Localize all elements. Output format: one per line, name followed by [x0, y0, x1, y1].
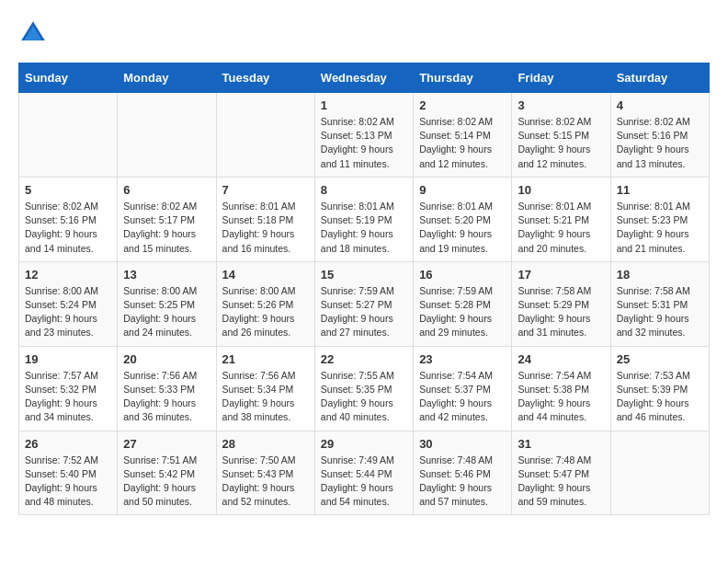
- day-number: 20: [123, 352, 210, 366]
- cell-info: Sunrise: 8:00 AM Sunset: 5:25 PM Dayligh…: [123, 284, 210, 340]
- day-number: 28: [222, 437, 309, 451]
- cell-info: Sunrise: 7:58 AM Sunset: 5:31 PM Dayligh…: [617, 284, 703, 340]
- calendar-cell: 16Sunrise: 7:59 AM Sunset: 5:28 PM Dayli…: [414, 261, 512, 346]
- day-number: 5: [25, 183, 111, 197]
- logo-icon: [18, 18, 48, 48]
- cell-info: Sunrise: 7:48 AM Sunset: 5:46 PM Dayligh…: [419, 454, 506, 510]
- calendar-cell: 3Sunrise: 8:02 AM Sunset: 5:15 PM Daylig…: [512, 93, 610, 178]
- cell-info: Sunrise: 8:02 AM Sunset: 5:17 PM Dayligh…: [123, 200, 210, 256]
- header-day: Monday: [118, 63, 216, 93]
- calendar-week-row: 19Sunrise: 7:57 AM Sunset: 5:32 PM Dayli…: [19, 346, 710, 431]
- calendar-cell: 25Sunrise: 7:53 AM Sunset: 5:39 PM Dayli…: [610, 346, 709, 431]
- cell-info: Sunrise: 8:00 AM Sunset: 5:26 PM Dayligh…: [222, 284, 309, 340]
- cell-info: Sunrise: 7:54 AM Sunset: 5:37 PM Dayligh…: [419, 369, 506, 425]
- calendar-cell: 9Sunrise: 8:01 AM Sunset: 5:20 PM Daylig…: [414, 177, 512, 261]
- cell-info: Sunrise: 8:01 AM Sunset: 5:21 PM Dayligh…: [518, 200, 604, 256]
- cell-info: Sunrise: 8:01 AM Sunset: 5:23 PM Dayligh…: [617, 200, 703, 256]
- calendar-cell: 10Sunrise: 8:01 AM Sunset: 5:21 PM Dayli…: [512, 177, 610, 261]
- cell-info: Sunrise: 8:01 AM Sunset: 5:20 PM Dayligh…: [419, 200, 506, 256]
- calendar-cell: 6Sunrise: 8:02 AM Sunset: 5:17 PM Daylig…: [118, 177, 216, 261]
- header-day: Saturday: [610, 63, 709, 93]
- day-number: 14: [222, 268, 309, 282]
- cell-info: Sunrise: 7:58 AM Sunset: 5:29 PM Dayligh…: [518, 284, 604, 340]
- calendar-cell: 21Sunrise: 7:56 AM Sunset: 5:34 PM Dayli…: [216, 346, 314, 431]
- calendar-cell: 18Sunrise: 7:58 AM Sunset: 5:31 PM Dayli…: [610, 261, 709, 346]
- cell-info: Sunrise: 7:52 AM Sunset: 5:40 PM Dayligh…: [25, 454, 111, 510]
- cell-info: Sunrise: 8:02 AM Sunset: 5:16 PM Dayligh…: [25, 200, 111, 256]
- calendar-cell: 31Sunrise: 7:48 AM Sunset: 5:47 PM Dayli…: [512, 431, 610, 515]
- calendar-cell: 8Sunrise: 8:01 AM Sunset: 5:19 PM Daylig…: [314, 177, 413, 261]
- calendar-cell: 4Sunrise: 8:02 AM Sunset: 5:16 PM Daylig…: [610, 93, 709, 178]
- day-number: 30: [419, 437, 506, 451]
- calendar-cell: 26Sunrise: 7:52 AM Sunset: 5:40 PM Dayli…: [19, 431, 118, 515]
- day-number: 12: [25, 268, 111, 282]
- calendar-cell: 12Sunrise: 8:00 AM Sunset: 5:24 PM Dayli…: [19, 261, 118, 346]
- calendar-cell: 19Sunrise: 7:57 AM Sunset: 5:32 PM Dayli…: [19, 346, 118, 431]
- day-number: 27: [123, 437, 210, 451]
- day-number: 10: [518, 183, 604, 197]
- calendar-cell: 27Sunrise: 7:51 AM Sunset: 5:42 PM Dayli…: [118, 431, 216, 515]
- logo: [18, 18, 51, 48]
- calendar-cell: 7Sunrise: 8:01 AM Sunset: 5:18 PM Daylig…: [216, 177, 314, 261]
- day-number: 7: [222, 183, 309, 197]
- calendar-cell: 11Sunrise: 8:01 AM Sunset: 5:23 PM Dayli…: [610, 177, 709, 261]
- day-number: 1: [321, 98, 407, 112]
- cell-info: Sunrise: 7:56 AM Sunset: 5:34 PM Dayligh…: [222, 369, 309, 425]
- calendar-cell: 28Sunrise: 7:50 AM Sunset: 5:43 PM Dayli…: [216, 431, 314, 515]
- day-number: 29: [321, 437, 407, 451]
- cell-info: Sunrise: 8:02 AM Sunset: 5:14 PM Dayligh…: [419, 115, 506, 171]
- cell-info: Sunrise: 8:01 AM Sunset: 5:19 PM Dayligh…: [321, 200, 407, 256]
- calendar-cell: 13Sunrise: 8:00 AM Sunset: 5:25 PM Dayli…: [118, 261, 216, 346]
- calendar-cell: 1Sunrise: 8:02 AM Sunset: 5:13 PM Daylig…: [314, 93, 413, 178]
- calendar-cell: 2Sunrise: 8:02 AM Sunset: 5:14 PM Daylig…: [414, 93, 512, 178]
- day-number: 3: [518, 98, 604, 112]
- cell-info: Sunrise: 8:02 AM Sunset: 5:16 PM Dayligh…: [617, 115, 703, 171]
- calendar-table: SundayMondayTuesdayWednesdayThursdayFrid…: [18, 63, 710, 515]
- cell-info: Sunrise: 7:49 AM Sunset: 5:44 PM Dayligh…: [321, 454, 407, 510]
- calendar-cell: 5Sunrise: 8:02 AM Sunset: 5:16 PM Daylig…: [19, 177, 118, 261]
- cell-info: Sunrise: 7:54 AM Sunset: 5:38 PM Dayligh…: [518, 369, 604, 425]
- header-day: Wednesday: [314, 63, 413, 93]
- calendar-week-row: 1Sunrise: 8:02 AM Sunset: 5:13 PM Daylig…: [19, 93, 710, 178]
- day-number: 17: [518, 268, 604, 282]
- day-number: 2: [419, 98, 506, 112]
- day-number: 22: [321, 352, 407, 366]
- calendar-cell: 23Sunrise: 7:54 AM Sunset: 5:37 PM Dayli…: [414, 346, 512, 431]
- calendar-cell: 20Sunrise: 7:56 AM Sunset: 5:33 PM Dayli…: [118, 346, 216, 431]
- day-number: 24: [518, 352, 604, 366]
- day-number: 31: [518, 437, 604, 451]
- calendar-cell: 24Sunrise: 7:54 AM Sunset: 5:38 PM Dayli…: [512, 346, 610, 431]
- page-header: [18, 18, 710, 48]
- cell-info: Sunrise: 7:51 AM Sunset: 5:42 PM Dayligh…: [123, 454, 210, 510]
- calendar-cell: 29Sunrise: 7:49 AM Sunset: 5:44 PM Dayli…: [314, 431, 413, 515]
- day-number: 16: [419, 268, 506, 282]
- calendar-cell: [19, 93, 118, 178]
- header-day: Sunday: [19, 63, 118, 93]
- day-number: 26: [25, 437, 111, 451]
- header-row: SundayMondayTuesdayWednesdayThursdayFrid…: [19, 63, 710, 93]
- cell-info: Sunrise: 7:57 AM Sunset: 5:32 PM Dayligh…: [25, 369, 111, 425]
- day-number: 15: [321, 268, 407, 282]
- cell-info: Sunrise: 7:59 AM Sunset: 5:27 PM Dayligh…: [321, 284, 407, 340]
- cell-info: Sunrise: 7:50 AM Sunset: 5:43 PM Dayligh…: [222, 454, 309, 510]
- calendar-week-row: 26Sunrise: 7:52 AM Sunset: 5:40 PM Dayli…: [19, 431, 710, 515]
- day-number: 23: [419, 352, 506, 366]
- cell-info: Sunrise: 7:56 AM Sunset: 5:33 PM Dayligh…: [123, 369, 210, 425]
- calendar-week-row: 12Sunrise: 8:00 AM Sunset: 5:24 PM Dayli…: [19, 261, 710, 346]
- calendar-cell: 22Sunrise: 7:55 AM Sunset: 5:35 PM Dayli…: [314, 346, 413, 431]
- day-number: 6: [123, 183, 210, 197]
- calendar-cell: [610, 431, 709, 515]
- cell-info: Sunrise: 8:02 AM Sunset: 5:13 PM Dayligh…: [321, 115, 407, 171]
- day-number: 9: [419, 183, 506, 197]
- calendar-cell: 30Sunrise: 7:48 AM Sunset: 5:46 PM Dayli…: [414, 431, 512, 515]
- day-number: 8: [321, 183, 407, 197]
- day-number: 25: [617, 352, 703, 366]
- calendar-cell: 17Sunrise: 7:58 AM Sunset: 5:29 PM Dayli…: [512, 261, 610, 346]
- header-day: Tuesday: [216, 63, 314, 93]
- cell-info: Sunrise: 8:02 AM Sunset: 5:15 PM Dayligh…: [518, 115, 604, 171]
- cell-info: Sunrise: 8:01 AM Sunset: 5:18 PM Dayligh…: [222, 200, 309, 256]
- calendar-week-row: 5Sunrise: 8:02 AM Sunset: 5:16 PM Daylig…: [19, 177, 710, 261]
- day-number: 18: [617, 268, 703, 282]
- cell-info: Sunrise: 7:55 AM Sunset: 5:35 PM Dayligh…: [321, 369, 407, 425]
- day-number: 19: [25, 352, 111, 366]
